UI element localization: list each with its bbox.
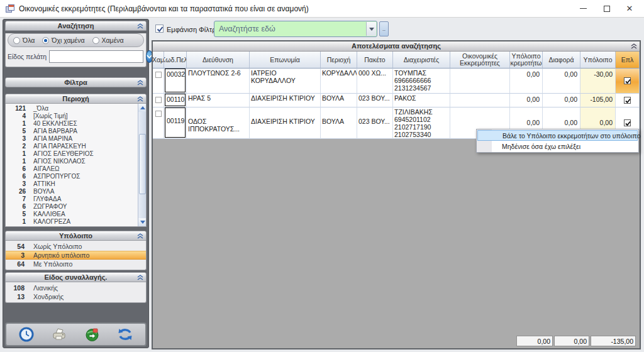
column-header-lost[interactable]: Χαμ [153,52,164,69]
transaction-item[interactable]: 13Χονδρικής [6,292,146,301]
cell-pending[interactable] [450,69,510,94]
collapse-chevron-icon[interactable] [137,233,143,239]
radio-lost[interactable]: Χαμένα [92,36,124,44]
region-list-item[interactable]: 7ΓΛΥΦΑΔΑ [6,195,137,202]
region-scrollbar[interactable] [138,104,146,226]
cell-pending-balance[interactable]: 0,00 [510,69,543,94]
refresh-icon[interactable] [116,325,135,344]
scroll-down-icon[interactable] [138,218,147,226]
region-list-item[interactable]: 1ΑΓΙΟΣ ΝΙΚΟΛΑΟΣ [6,157,137,165]
customer-type-input[interactable] [49,50,143,63]
column-header-pending-balance[interactable]: Υπόλοιπο κρεμοτήτω [510,52,543,69]
cell-pending-balance[interactable]: 0,00 [510,94,543,107]
balance-item[interactable]: 54Χωρίς Υπόλοιπο [6,242,146,251]
radio-not-lost[interactable]: Όχι χαμένα [42,36,84,44]
cell-code[interactable]: 00032 [164,69,187,94]
column-header-diff[interactable]: Διαφορά [543,52,580,69]
region-list-item[interactable]: 140 ΕΚΚΛΗΣΙΕΣ [6,119,137,127]
column-header-code[interactable]: Κωδ.Πελ. [164,52,187,69]
cell-select-checkbox[interactable] [616,94,640,107]
region-list-item[interactable]: 6ΑΣΠΡΟΠΥΡΓΟΣ [6,172,137,180]
balance-item-selected[interactable]: 3Αρνητικό υπόλοιπο [6,251,146,260]
region-list-item[interactable]: 6ΑΙΓΑΛΕΩ [6,165,137,172]
column-header-balance[interactable]: Υπόλοιπο [580,52,616,69]
region-list-item[interactable]: 4[Χωρίς Τιμή] [6,112,137,119]
cell-package[interactable]: 000 ΧΩ... [357,69,393,94]
search-panel-header[interactable]: Αναζήτηση [5,21,147,31]
region-list-item[interactable]: 3ΑΓΙΑ ΜΑΡΙΝΑ [6,135,137,142]
cell-diff[interactable]: 0,00 [543,94,580,107]
collapse-chevron-icon[interactable] [137,23,143,29]
filters-header[interactable]: Φίλτρα [5,77,147,87]
cell-pending[interactable] [450,94,510,107]
transaction-item[interactable]: 108Λιανικής [6,283,146,292]
cell-name[interactable]: ΙΑΤΡΕΙΟ ΚΟΡΥΔΑΛΛΟΥ [250,69,321,94]
column-header-area[interactable]: Περιοχή [321,52,357,69]
transaction-panel-header[interactable]: Είδος συναλλαγής. [5,272,147,282]
minimize-icon[interactable] [572,0,594,17]
scrollbar-thumb[interactable] [139,134,146,194]
cell-managers[interactable]: ΡΑΚΟΣ [393,94,450,107]
collapse-chevron-icon[interactable] [137,96,143,102]
cell-address[interactable]: ΗΡΑΣ 5 [187,94,250,107]
cell-area[interactable]: ΒΟΥΛΑ [321,94,357,107]
cell-select-checkbox[interactable] [616,69,640,94]
search-panel-body: Όλα Όχι χαμένα Χαμένα Είδος πελάτη [5,33,147,67]
region-list-item[interactable]: 121_Όλα [6,104,137,112]
balance-panel-header[interactable]: Υπόλοιπο [5,231,147,241]
search-combo[interactable]: Αναζητήστε εδώ [214,21,377,37]
cell-package[interactable]: 023 ΒΟΥ... [357,107,393,139]
column-header-package[interactable]: Πακέτο [357,52,393,69]
collapse-chevron-icon[interactable] [137,275,143,280]
cell-managers[interactable]: ΤΟΥΜΠΑΣ 6966666666 2131234567 [393,69,450,94]
results-header[interactable]: Αποτελέσματα αναζήτησης [153,41,640,52]
chevron-down-icon[interactable] [366,22,376,36]
cell-name[interactable]: ΔΙΑΧΕΙΡΙΣΗ ΚΤΙΡΙΟΥ [250,94,321,107]
cell-code[interactable]: 00119 [164,107,187,139]
collapse-chevron-icon[interactable] [631,43,637,49]
cell-diff[interactable]: 0,00 [543,69,580,94]
cell-address[interactable]: ΠΛΟΥΤΩΝΟΣ 2-6 [187,69,250,94]
cell-code[interactable]: 00110 [164,94,187,107]
table-row[interactable]: 00110 ΗΡΑΣ 5 ΔΙΑΧΕΙΡΙΣΗ ΚΤΙΡΙΟΥ ΒΟΥΛΑ 02… [153,94,640,107]
region-list-item[interactable]: 5ΚΑΛΛΙΘΕΑ [6,210,137,217]
close-icon[interactable]: ✕ [619,0,640,17]
ellipsis-button[interactable]: .. [379,21,389,36]
region-list-item[interactable]: 2ΑΓΙΑ ΠΑΡΑΣΚΕΥΗ [6,142,137,150]
scroll-up-icon[interactable] [138,104,147,112]
region-list-item[interactable]: 1ΚΑΛΟΓΡΕΖΑ [6,217,137,225]
cell-package[interactable]: 023 ΒΟΥ... [357,94,393,107]
print-icon[interactable] [50,325,69,344]
region-list-item[interactable]: 5ΑΓΙΑ ΒΑΡΒΑΡΑ [6,127,137,135]
cell-area[interactable]: ΚΟΡΥΔΑΛΛΟΣ [321,69,357,94]
cell-lost-checkbox[interactable] [153,94,164,107]
cell-address[interactable]: ΟΔΟΣ ΙΠΠΟΚΡΑΤΟΥΣ... [187,107,250,139]
balance-item[interactable]: 64Με Υπόλοιπο [6,260,146,268]
cell-lost-checkbox[interactable] [153,107,164,139]
collapse-chevron-icon[interactable] [137,80,143,85]
region-list-item[interactable]: 3ΑΤΤΙΚΗ [6,180,137,187]
cell-name[interactable]: ΔΙΑΧΕΙΡΙΣΗ ΚΤΙΡΙΟΥ [250,107,321,139]
column-header-select[interactable]: Επλ [616,52,640,69]
export-icon[interactable] [83,325,102,344]
cell-lost-checkbox[interactable] [153,69,164,94]
show-filters-checkbox[interactable] [155,25,164,33]
column-header-address[interactable]: Διεύθυνση [187,52,250,69]
region-list-item[interactable]: 26ΒΟΥΛΑ [6,187,137,195]
cell-balance[interactable]: -105,00 [580,94,616,107]
table-row[interactable]: 00032 ΠΛΟΥΤΩΝΟΣ 2-6 ΙΑΤΡΕΙΟ ΚΟΡΥΔΑΛΛΟΥ Κ… [153,69,640,94]
context-menu-item-zero-selected[interactable]: Μηδένισε όσα έχω επιλέξει [477,141,638,151]
cell-balance[interactable]: -30,00 [580,69,616,94]
column-header-managers[interactable]: Διαχειριστές [393,52,450,69]
column-header-name[interactable]: Επωνυμία [250,52,321,69]
region-list-item[interactable]: 1ΑΓΙΟΣ ΕΛΕΥΘΕΡΙΟΣ [6,150,137,157]
region-list-item[interactable]: 6ΖΩΓΡΑΦΟΥ [6,202,137,210]
clock-icon[interactable] [17,325,36,344]
column-header-pending[interactable]: Οικονομικές Εκκρεμότητες [450,52,510,69]
cell-managers[interactable]: ΤΖΙΛΙΒΑΚΗΣ 6945201102 2102717190 2102753… [393,107,450,139]
cell-area[interactable]: ΒΟΥΛΑ [321,107,357,139]
maximize-icon[interactable] [596,0,618,17]
region-panel-header[interactable]: Περιοχή [5,94,147,104]
context-menu-item-set-balance[interactable]: Βάλε το Υπόλοιπο εκκρεμοτήτων στο υπόλοι… [477,130,638,141]
radio-all[interactable]: Όλα [13,36,35,44]
